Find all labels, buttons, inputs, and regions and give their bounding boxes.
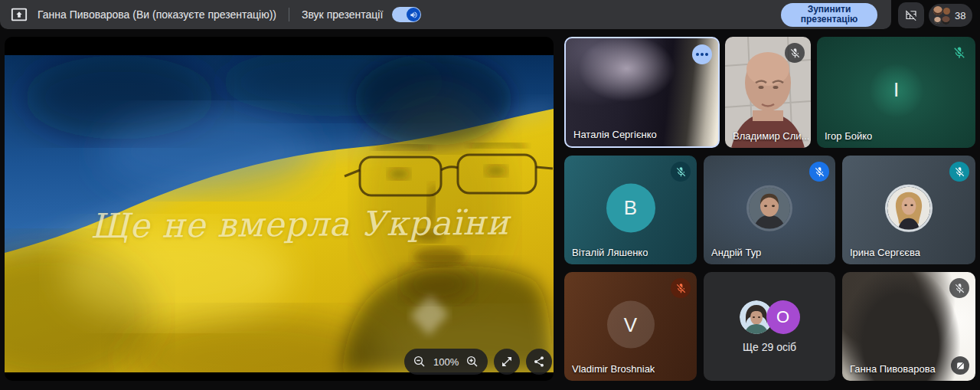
mic-muted-icon [949,278,969,298]
presentation-sound-toggle[interactable] [392,7,421,22]
share-button[interactable] [526,349,552,375]
participant-tile[interactable]: Владимир Сли... [725,37,811,148]
mic-muted-icon [671,278,691,298]
mic-muted-icon [671,162,691,182]
overflow-avatars: О [740,300,800,334]
zoom-in-icon [466,355,479,369]
presentation-controls: 100% [404,349,552,375]
present-to-all-icon [11,6,28,23]
expand-fullscreen-button[interactable] [494,349,520,375]
whiteboard-off-button[interactable] [898,2,924,28]
zoom-in-button[interactable] [466,355,479,369]
is-presenting-icon [951,356,969,375]
presentation-top-bar: Ганна Пивоварова (Ви (показуєте презента… [0,0,891,29]
participant-tile[interactable]: V Vladimir Broshniak [564,272,697,381]
presentation-sound-label: Звук презентації [302,8,383,21]
stop-presentation-button[interactable]: Зупинити презентацію [781,3,877,27]
participant-name: Ігор Бойко [825,130,872,142]
ukraine-flag-slide [5,55,554,372]
shared-presentation-stage[interactable]: Ще не вмерла України 100% [5,37,554,381]
mic-muted-icon [785,43,805,63]
whiteboard-off-icon [904,8,918,22]
mic-muted-icon [809,162,829,182]
participants-avatars [933,6,951,25]
tile-more-options-button[interactable] [692,44,712,64]
participant-avatar [887,187,930,230]
mic-muted-icon [949,162,969,182]
more-participants-label: Ще 29 осіб [743,341,796,353]
participant-count: 38 [955,10,965,21]
participant-name: Ірина Сергєєва [850,247,920,258]
participant-tile[interactable]: Ірина Сергєєва [842,156,975,264]
speaker-icon [410,11,418,19]
participant-tile[interactable]: Ганна Пивоварова [842,272,975,381]
participant-tile[interactable]: В Віталій Ляшенко [564,156,697,264]
participant-name: Віталій Ляшенко [572,247,648,258]
zoom-level-value: 100% [433,356,459,368]
topbar-divider [289,8,289,21]
zoom-control-pill: 100% [404,349,488,375]
stop-presentation-line2: презентацію [801,15,858,25]
mic-muted-icon [949,43,969,63]
participant-initial: V [607,301,655,349]
zoom-out-icon [413,355,426,369]
toggle-knob [407,8,420,21]
participant-tile[interactable]: І Ігор Бойко [817,37,975,148]
participants-count-button[interactable]: 38 [929,4,972,27]
zoom-out-button[interactable] [413,355,426,369]
participant-tile[interactable]: Наталія Сергієнко [564,37,720,148]
participant-initial: І [870,64,923,117]
participant-name: Андрій Тур [711,247,761,258]
participant-avatar [749,188,790,229]
expand-icon [501,356,513,368]
share-icon [533,356,545,368]
participant-initial: В [606,183,655,232]
more-participants-tile[interactable]: О Ще 29 осіб [704,272,835,381]
participant-name: Наталія Сергієнко [573,129,657,140]
overflow-avatar-initial: О [766,300,800,334]
presenter-title: Ганна Пивоварова (Ви (показуєте презента… [38,8,276,21]
participant-name: Vladimir Broshniak [572,363,655,375]
participant-name: Ганна Пивоварова [850,363,936,375]
participant-tile[interactable]: Андрій Тур [704,156,835,264]
participant-name: Владимир Сли... [733,130,808,142]
